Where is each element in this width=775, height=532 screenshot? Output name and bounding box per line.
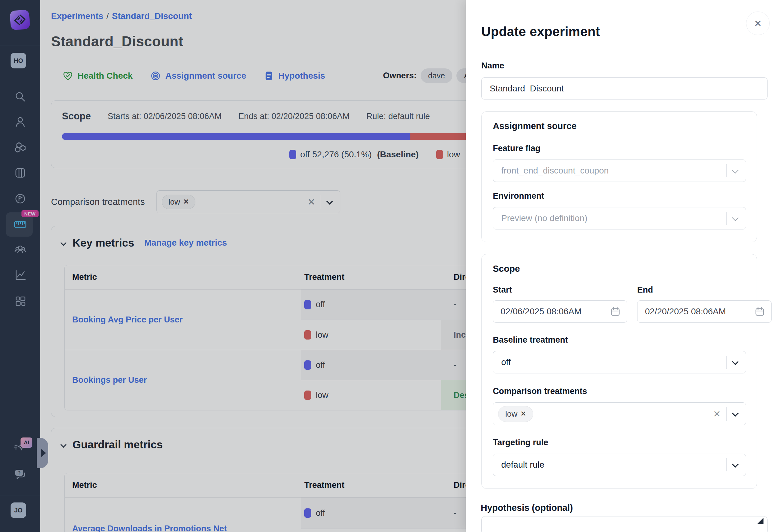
baseline-treatment-label: Baseline treatment (493, 335, 745, 345)
chip-label: low (505, 409, 518, 419)
app-root: HO NEW (0, 0, 775, 532)
targeting-rule-value: default rule (501, 460, 545, 470)
hypothesis-textarea[interactable] (481, 516, 768, 532)
environment-label: Environment (493, 191, 745, 201)
comparison-treatments-label: Comparison treatments (493, 386, 745, 396)
feature-flag-value: front_end_discount_coupon (501, 166, 609, 176)
scope-heading: Scope (493, 264, 745, 274)
chevron-down-icon (732, 461, 739, 467)
baseline-treatment-select[interactable]: off (493, 351, 746, 373)
modal-dim-overlay (0, 0, 466, 532)
chip-remove-icon[interactable]: ✕ (521, 410, 526, 418)
scope-card: Scope Start 02/06/2025 08:06AM End 02/20… (481, 254, 757, 489)
start-label: Start (493, 285, 627, 295)
targeting-rule-select[interactable]: default rule (493, 454, 746, 476)
start-date-value: 02/06/2025 08:06AM (501, 307, 582, 317)
name-label: Name (481, 61, 775, 71)
assignment-source-heading: Assignment source (493, 121, 745, 131)
chevron-down-icon (732, 358, 739, 365)
clear-icon[interactable]: ✕ (708, 409, 726, 419)
panel-title: Update experiment (481, 24, 775, 39)
calendar-icon (610, 306, 621, 317)
end-label: End (637, 285, 772, 295)
treatment-chip-low[interactable]: low ✕ (498, 406, 533, 422)
feature-flag-label: Feature flag (493, 144, 745, 153)
chevron-down-icon (732, 214, 739, 221)
end-date-value: 02/20/2025 08:06AM (645, 307, 726, 317)
name-value: Standard_Discount (490, 84, 564, 94)
calendar-icon (754, 306, 765, 317)
targeting-rule-label: Targeting rule (493, 438, 745, 447)
chevron-down-icon (732, 410, 739, 416)
update-experiment-panel: ✕ Update experiment Name Standard_Discou… (466, 0, 775, 532)
chevron-down-icon (732, 167, 739, 173)
hypothesis-section-label: Hypothesis (optional) (481, 503, 775, 513)
resize-handle-icon[interactable] (757, 518, 763, 524)
start-date-input[interactable]: 02/06/2025 08:06AM (493, 300, 627, 323)
assignment-source-card: Assignment source Feature flag front_end… (481, 111, 757, 242)
feature-flag-select[interactable]: front_end_discount_coupon (493, 160, 746, 182)
end-date-input[interactable]: 02/20/2025 08:06AM (637, 300, 772, 323)
baseline-treatment-value: off (501, 357, 511, 367)
comparison-treatments-select[interactable]: low ✕ ✕ (493, 402, 746, 425)
name-input[interactable]: Standard_Discount (481, 77, 768, 99)
close-icon: ✕ (754, 18, 762, 29)
close-button[interactable]: ✕ (746, 12, 770, 35)
environment-value: Preview (no definition) (501, 213, 587, 223)
environment-select[interactable]: Preview (no definition) (493, 207, 746, 229)
